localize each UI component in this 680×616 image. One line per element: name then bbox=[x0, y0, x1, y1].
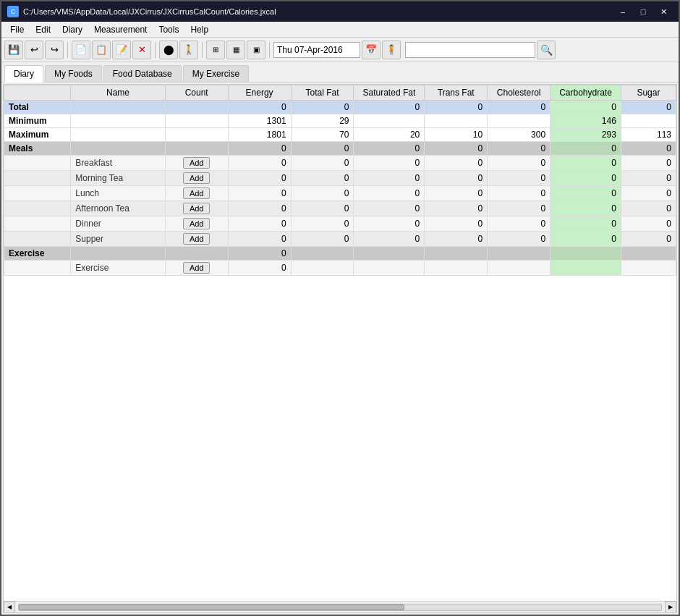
max-totalfat: 70 bbox=[291, 128, 354, 142]
exercise-add-cell: Add bbox=[165, 261, 228, 276]
lunch-label-cell bbox=[4, 186, 71, 201]
max-energy: 1801 bbox=[228, 128, 291, 142]
exercise-sec-3 bbox=[354, 247, 425, 261]
delete-button[interactable]: ✕ bbox=[132, 41, 151, 59]
meals-sec-count bbox=[165, 142, 228, 156]
meals-section-row: Meals 0 0 0 0 0 0 0 bbox=[4, 142, 676, 156]
meals-label: Meals bbox=[4, 142, 71, 156]
tab-diary[interactable]: Diary bbox=[4, 65, 43, 83]
dinner-cholesterol: 0 bbox=[488, 216, 551, 232]
grid2-button[interactable]: ▦ bbox=[226, 41, 245, 59]
scroll-right-button[interactable]: ▶ bbox=[665, 602, 676, 613]
title-bar-left: C C:/Users/VMS/AppData/Local/JXCirrus/JX… bbox=[7, 6, 276, 17]
dinner-totalfat: 0 bbox=[291, 216, 354, 232]
col-header-empty1 bbox=[4, 85, 71, 101]
breakfast-cholesterol: 0 bbox=[488, 156, 551, 171]
minimum-row: Minimum 1301 29 146 bbox=[4, 114, 676, 128]
min-totalfat: 29 bbox=[291, 114, 354, 128]
lunch-totalfat: 0 bbox=[291, 186, 354, 201]
separator-3 bbox=[202, 42, 203, 58]
content-area: Name Count Energy Total Fat Saturated Fa… bbox=[3, 84, 677, 613]
total-energy: 0 bbox=[228, 101, 291, 114]
title-controls: – □ ✕ bbox=[613, 4, 673, 19]
max-satfat: 20 bbox=[354, 128, 425, 142]
supper-add-button[interactable]: Add bbox=[183, 233, 211, 245]
walk-button[interactable]: 🚶 bbox=[179, 41, 198, 59]
calendar-button[interactable]: 📅 bbox=[362, 41, 381, 59]
breakfast-label-cell bbox=[4, 156, 71, 171]
menu-edit[interactable]: Edit bbox=[30, 23, 56, 36]
meals-sec-cholesterol: 0 bbox=[488, 142, 551, 156]
exercise-row-5 bbox=[488, 261, 551, 276]
edit-button[interactable]: 📝 bbox=[112, 41, 131, 59]
afternoontea-add-cell: Add bbox=[165, 201, 228, 216]
scrollbar-thumb[interactable] bbox=[19, 604, 404, 610]
exercise-sec-count bbox=[165, 247, 228, 261]
breakfast-satfat: 0 bbox=[354, 156, 425, 171]
separator-2 bbox=[155, 42, 156, 58]
min-energy: 1301 bbox=[228, 114, 291, 128]
exercise-row-carb bbox=[551, 261, 621, 276]
afternoontea-sugar: 0 bbox=[621, 201, 676, 216]
meals-sec-satfat: 0 bbox=[354, 142, 425, 156]
morningtea-energy: 0 bbox=[228, 171, 291, 186]
person-icon-button[interactable]: 🧍 bbox=[382, 41, 401, 59]
menu-help[interactable]: Help bbox=[184, 23, 214, 36]
menu-measurement[interactable]: Measurement bbox=[88, 23, 153, 36]
breakfast-energy: 0 bbox=[228, 156, 291, 171]
morningtea-add-button[interactable]: Add bbox=[183, 172, 211, 184]
total-name bbox=[71, 101, 165, 114]
lunch-sugar: 0 bbox=[621, 186, 676, 201]
minimize-button[interactable]: – bbox=[613, 4, 632, 19]
search-input[interactable] bbox=[405, 42, 535, 58]
col-header-transfat: Trans Fat bbox=[425, 85, 488, 101]
tab-fooddatabase[interactable]: Food Database bbox=[103, 65, 182, 82]
app-window: C C:/Users/VMS/AppData/Local/JXCirrus/JX… bbox=[0, 0, 680, 616]
scroll-left-button[interactable]: ◀ bbox=[4, 602, 15, 613]
table-scroll[interactable]: Name Count Energy Total Fat Saturated Fa… bbox=[4, 85, 676, 601]
meals-sec-name bbox=[71, 142, 165, 156]
search-button[interactable]: 🔍 bbox=[537, 41, 556, 59]
total-cholesterol: 0 bbox=[488, 101, 551, 114]
tab-myexercise[interactable]: My Exercise bbox=[183, 65, 249, 82]
redo-button[interactable]: ↪ bbox=[45, 41, 64, 59]
lunch-name: Lunch bbox=[71, 186, 165, 201]
exercise-add-button[interactable]: Add bbox=[183, 262, 211, 274]
lunch-carb: 0 bbox=[551, 186, 621, 201]
new-button[interactable]: 📄 bbox=[72, 41, 90, 59]
bottom-scrollbar[interactable]: ◀ ▶ bbox=[4, 601, 676, 612]
lunch-cholesterol: 0 bbox=[488, 186, 551, 201]
min-count bbox=[165, 114, 228, 128]
scrollbar-track[interactable] bbox=[18, 604, 662, 611]
copy-button[interactable]: 📋 bbox=[92, 41, 111, 59]
breakfast-sugar: 0 bbox=[621, 156, 676, 171]
grid1-button[interactable]: ⊞ bbox=[206, 41, 225, 59]
grid3-button[interactable]: ▣ bbox=[247, 41, 265, 59]
lunch-add-button[interactable]: Add bbox=[183, 187, 211, 199]
meal-row-supper: Supper Add 0 0 0 0 0 0 0 bbox=[4, 232, 676, 247]
meals-sec-energy: 0 bbox=[228, 142, 291, 156]
close-button[interactable]: ✕ bbox=[654, 4, 673, 19]
dinner-sugar: 0 bbox=[621, 216, 676, 232]
tab-myfoods[interactable]: My Foods bbox=[45, 65, 102, 82]
morningtea-totalfat: 0 bbox=[291, 171, 354, 186]
dinner-add-button[interactable]: Add bbox=[183, 218, 211, 229]
date-input[interactable] bbox=[273, 42, 360, 58]
maximum-row: Maximum 1801 70 20 10 300 293 113 bbox=[4, 128, 676, 142]
min-carb: 146 bbox=[551, 114, 621, 128]
exercise-row-energy: 0 bbox=[228, 261, 291, 276]
exercise-row-label-cell bbox=[4, 261, 71, 276]
afternoontea-add-button[interactable]: Add bbox=[183, 203, 211, 214]
circle-button[interactable]: ⬤ bbox=[159, 41, 178, 59]
breakfast-transfat: 0 bbox=[425, 156, 488, 171]
afternoontea-carb: 0 bbox=[551, 201, 621, 216]
breakfast-name: Breakfast bbox=[71, 156, 165, 171]
maximize-button[interactable]: □ bbox=[634, 4, 653, 19]
save-button[interactable]: 💾 bbox=[4, 41, 23, 59]
menu-diary[interactable]: Diary bbox=[56, 23, 88, 36]
min-sugar bbox=[621, 114, 676, 128]
menu-file[interactable]: File bbox=[4, 23, 30, 36]
undo-button[interactable]: ↩ bbox=[25, 41, 43, 59]
breakfast-add-button[interactable]: Add bbox=[183, 157, 211, 169]
menu-tools[interactable]: Tools bbox=[153, 23, 184, 36]
